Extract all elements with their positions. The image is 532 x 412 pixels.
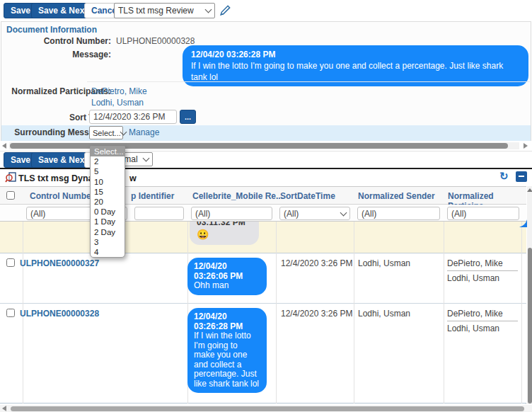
cell-sortdatetime: 12/4/2020 3:26 PM [281, 309, 352, 319]
participant-item: Lodhi, Usman [447, 271, 518, 283]
control-number-value: ULPHONE00000328 [116, 36, 195, 46]
column-header-control-number[interactable]: Control Number [30, 191, 94, 201]
table-row[interactable]: ULPHONE00000328 12/04/20 03:26:28 PM If … [0, 304, 526, 404]
filter-cellebrite[interactable] [191, 207, 272, 220]
filter-sender[interactable] [357, 207, 440, 220]
surrounding-messages-dropdown-list: Select... 2 5 10 15 20 0 Day 1 Day 2 Day… [90, 146, 125, 258]
participant-item: Lodhi, Usman [447, 321, 518, 333]
select-all-checkbox[interactable] [6, 191, 15, 200]
participant-link[interactable]: DePietro, Mike [91, 86, 147, 96]
grid-filter-row: (All) [0, 205, 526, 222]
smiley-emoji: 😀 [197, 228, 252, 241]
table-row[interactable]: ULPHONE00000327 12/04/20 03:26:06 PM Ohh… [0, 253, 526, 304]
bottom-scrollbar-thumb[interactable] [11, 406, 524, 411]
dropdown-option[interactable]: 1 Day [91, 217, 125, 227]
message-bubble: 12/04/20 03:26:28 PM If I win the lotto … [187, 308, 267, 393]
cell-sender: Lodhi, Usman [358, 309, 410, 319]
row-checkbox[interactable] [6, 258, 15, 267]
dropdown-option[interactable]: 0 Day [91, 207, 125, 217]
scroll-left-arrow[interactable] [2, 143, 6, 149]
chevron-down-icon [340, 209, 347, 216]
cell-participants: DePietro, Mike Lodhi, Usman [447, 309, 518, 333]
bubble-time: 03:11:32 PM [197, 222, 252, 228]
dropdown-option[interactable]: 20 [91, 197, 125, 207]
grid-section-header: TLS txt msg Dynamic T w ↻ [0, 169, 532, 186]
dropdown-option[interactable]: 15 [91, 187, 125, 197]
column-header-cellebrite[interactable]: Cellebrite_Mobile Re... [192, 191, 283, 201]
surrounding-messages-select[interactable]: Select... [89, 126, 123, 139]
cell-sender: Lodhi, Usman [358, 258, 410, 268]
highlighted-row-partial[interactable]: 03:11:32 PM 😀 [0, 222, 526, 253]
panel-title: Document Information [6, 25, 97, 35]
dropdown-option[interactable]: 10 [91, 177, 125, 187]
chevron-down-icon [143, 155, 150, 162]
participant-item: DePietro, Mike [447, 309, 518, 321]
control-number-link[interactable]: ULPHONE00000327 [20, 258, 99, 268]
cell-sortdatetime: 12/4/2020 3:26 PM [281, 258, 352, 268]
vertical-scrollbar-thumb[interactable] [528, 248, 532, 404]
date-picker-button[interactable]: ... [180, 110, 196, 124]
layout-select[interactable]: TLS txt msg Review [114, 3, 215, 18]
cell-participants: DePietro, Mike Lodhi, Usman [447, 258, 518, 283]
bubble-date: 12/04/20 [194, 312, 260, 322]
dropdown-option[interactable]: 3 [91, 237, 125, 247]
message-label: Message: [1, 50, 111, 59]
filter-sortdatetime-select[interactable]: (All) [279, 207, 350, 220]
control-number-label: Control Number: [1, 36, 111, 46]
participant-item: DePietro, Mike [447, 258, 518, 271]
manage-link[interactable]: Manage [129, 127, 159, 137]
bubble-text: Ohh man [194, 281, 260, 291]
toolbar-bottom: Save Save & Next Cancel Normal [0, 151, 532, 168]
corner-curl-icon[interactable] [519, 219, 528, 228]
field-divider [87, 81, 530, 82]
filter-sortdatetime-value: (All) [284, 209, 299, 219]
grid-title-suffix: w [129, 173, 137, 183]
row-checkbox[interactable] [6, 309, 15, 317]
document-review-screen: Save Save & Next Cancel TLS txt msg Revi… [0, 0, 532, 412]
participant-link[interactable]: Lodhi, Usman [91, 98, 144, 108]
dropdown-option[interactable]: Select... [91, 147, 125, 156]
scroll-up-arrow[interactable] [527, 188, 532, 192]
control-number-link[interactable]: ULPHONE00000328 [20, 309, 99, 319]
bubble-time: 03:26:06 PM [194, 272, 260, 282]
filter-identifier[interactable] [134, 207, 184, 220]
grid-options-icon[interactable] [516, 171, 527, 182]
layout-select-value: TLS txt msg Review [118, 6, 194, 16]
column-header-identifier[interactable]: p Identifier [131, 191, 174, 201]
dropdown-option[interactable]: 2 Day [91, 227, 125, 237]
message-bubble: 12/04/20 03:26:28 PM If I win the lotto … [183, 45, 528, 86]
chevron-down-icon [120, 128, 127, 135]
refresh-icon[interactable]: ↻ [499, 170, 509, 183]
document-information-panel: Document Information Control Number: ULP… [1, 21, 531, 141]
message-bubble: 12/04/20 03:26:06 PM Ohh man [187, 258, 267, 295]
message-bubble-text: If I win the lotto I'm going to make you… [191, 60, 520, 83]
surrounding-select-value: Select... [93, 129, 121, 137]
grid-header-row: Control Number p Identifier Cellebrite_M… [0, 186, 526, 205]
results-grid: Control Number p Identifier Cellebrite_M… [0, 186, 526, 404]
scroll-right-arrow[interactable] [524, 143, 528, 149]
message-bubble-timestamp: 12/04/20 03:26:28 PM [191, 49, 520, 60]
filter-participants[interactable] [447, 207, 519, 220]
dropdown-option[interactable]: 4 [91, 247, 125, 257]
sort-time-input[interactable] [89, 110, 177, 124]
horizontal-scrollbar-thumb[interactable] [10, 143, 508, 149]
column-header-sortdatetime[interactable]: SortDateTime [280, 191, 335, 201]
toolbar-top: Save Save & Next Cancel TLS txt msg Revi… [0, 0, 532, 21]
dropdown-option[interactable]: 5 [91, 166, 125, 176]
chevron-down-icon [205, 6, 212, 13]
saved-search-icon [5, 172, 16, 183]
scroll-left-arrow[interactable] [2, 406, 6, 411]
bubble-text: If I win the lotto I'm going to make you… [194, 331, 260, 389]
bubble-date: 12/04/20 [194, 262, 260, 272]
column-header-sender[interactable]: Normalized Sender [358, 191, 435, 201]
dropdown-option[interactable]: 2 [91, 156, 125, 166]
message-bubble: 03:11:32 PM 😀 [190, 222, 259, 245]
edit-pencil-icon[interactable] [219, 4, 231, 16]
bubble-time: 03:26:28 PM [194, 322, 260, 332]
surrounding-messages-row: Surrounding Messages: Select... Manage [1, 125, 531, 141]
